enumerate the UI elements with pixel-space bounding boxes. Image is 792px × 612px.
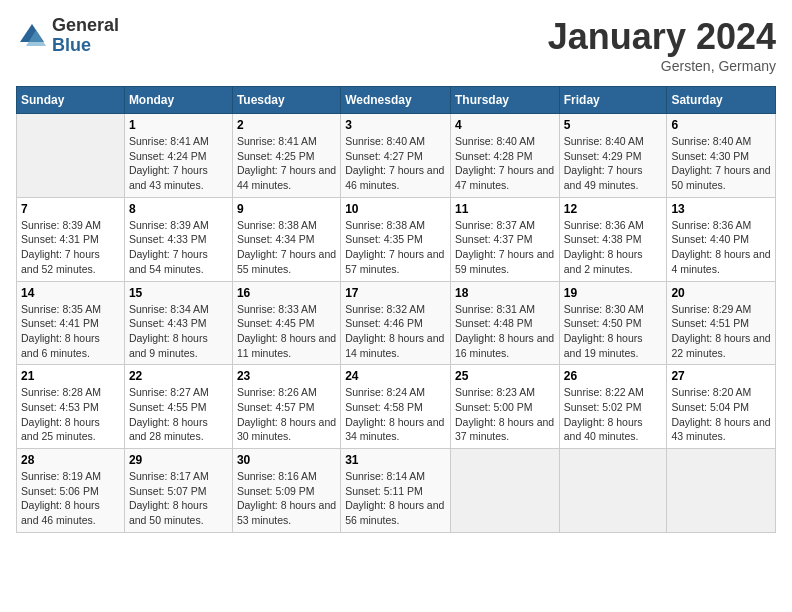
weekday-header: Sunday xyxy=(17,87,125,114)
calendar-cell: 20Sunrise: 8:29 AMSunset: 4:51 PMDayligh… xyxy=(667,281,776,365)
day-detail: Sunrise: 8:36 AMSunset: 4:38 PMDaylight:… xyxy=(564,218,663,277)
day-detail: Sunrise: 8:29 AMSunset: 4:51 PMDaylight:… xyxy=(671,302,771,361)
day-number: 11 xyxy=(455,202,555,216)
weekday-header: Saturday xyxy=(667,87,776,114)
day-detail: Sunrise: 8:16 AMSunset: 5:09 PMDaylight:… xyxy=(237,469,336,528)
page-header: General Blue January 2024 Gersten, Germa… xyxy=(16,16,776,74)
day-number: 17 xyxy=(345,286,446,300)
day-detail: Sunrise: 8:33 AMSunset: 4:45 PMDaylight:… xyxy=(237,302,336,361)
day-detail: Sunrise: 8:38 AMSunset: 4:34 PMDaylight:… xyxy=(237,218,336,277)
day-detail: Sunrise: 8:26 AMSunset: 4:57 PMDaylight:… xyxy=(237,385,336,444)
calendar-cell: 27Sunrise: 8:20 AMSunset: 5:04 PMDayligh… xyxy=(667,365,776,449)
day-detail: Sunrise: 8:39 AMSunset: 4:33 PMDaylight:… xyxy=(129,218,228,277)
calendar-cell: 11Sunrise: 8:37 AMSunset: 4:37 PMDayligh… xyxy=(450,197,559,281)
day-number: 15 xyxy=(129,286,228,300)
calendar-cell: 10Sunrise: 8:38 AMSunset: 4:35 PMDayligh… xyxy=(341,197,451,281)
day-detail: Sunrise: 8:40 AMSunset: 4:27 PMDaylight:… xyxy=(345,134,446,193)
day-detail: Sunrise: 8:20 AMSunset: 5:04 PMDaylight:… xyxy=(671,385,771,444)
day-number: 29 xyxy=(129,453,228,467)
day-detail: Sunrise: 8:36 AMSunset: 4:40 PMDaylight:… xyxy=(671,218,771,277)
calendar-cell: 5Sunrise: 8:40 AMSunset: 4:29 PMDaylight… xyxy=(559,114,667,198)
day-detail: Sunrise: 8:35 AMSunset: 4:41 PMDaylight:… xyxy=(21,302,120,361)
day-detail: Sunrise: 8:40 AMSunset: 4:30 PMDaylight:… xyxy=(671,134,771,193)
calendar-cell: 16Sunrise: 8:33 AMSunset: 4:45 PMDayligh… xyxy=(232,281,340,365)
week-row: 1Sunrise: 8:41 AMSunset: 4:24 PMDaylight… xyxy=(17,114,776,198)
logo-blue: Blue xyxy=(52,36,119,56)
day-number: 22 xyxy=(129,369,228,383)
calendar-table: SundayMondayTuesdayWednesdayThursdayFrid… xyxy=(16,86,776,533)
day-number: 3 xyxy=(345,118,446,132)
week-row: 14Sunrise: 8:35 AMSunset: 4:41 PMDayligh… xyxy=(17,281,776,365)
day-number: 30 xyxy=(237,453,336,467)
calendar-cell: 21Sunrise: 8:28 AMSunset: 4:53 PMDayligh… xyxy=(17,365,125,449)
calendar-cell: 23Sunrise: 8:26 AMSunset: 4:57 PMDayligh… xyxy=(232,365,340,449)
day-detail: Sunrise: 8:32 AMSunset: 4:46 PMDaylight:… xyxy=(345,302,446,361)
calendar-cell: 30Sunrise: 8:16 AMSunset: 5:09 PMDayligh… xyxy=(232,449,340,533)
day-detail: Sunrise: 8:22 AMSunset: 5:02 PMDaylight:… xyxy=(564,385,663,444)
week-row: 7Sunrise: 8:39 AMSunset: 4:31 PMDaylight… xyxy=(17,197,776,281)
day-detail: Sunrise: 8:24 AMSunset: 4:58 PMDaylight:… xyxy=(345,385,446,444)
title-block: January 2024 Gersten, Germany xyxy=(548,16,776,74)
day-number: 19 xyxy=(564,286,663,300)
day-number: 31 xyxy=(345,453,446,467)
calendar-cell: 29Sunrise: 8:17 AMSunset: 5:07 PMDayligh… xyxy=(124,449,232,533)
day-number: 28 xyxy=(21,453,120,467)
day-number: 4 xyxy=(455,118,555,132)
day-number: 8 xyxy=(129,202,228,216)
calendar-cell: 26Sunrise: 8:22 AMSunset: 5:02 PMDayligh… xyxy=(559,365,667,449)
calendar-cell: 4Sunrise: 8:40 AMSunset: 4:28 PMDaylight… xyxy=(450,114,559,198)
calendar-cell: 14Sunrise: 8:35 AMSunset: 4:41 PMDayligh… xyxy=(17,281,125,365)
calendar-cell: 28Sunrise: 8:19 AMSunset: 5:06 PMDayligh… xyxy=(17,449,125,533)
logo-general: General xyxy=(52,16,119,36)
calendar-cell xyxy=(450,449,559,533)
day-number: 14 xyxy=(21,286,120,300)
calendar-cell: 19Sunrise: 8:30 AMSunset: 4:50 PMDayligh… xyxy=(559,281,667,365)
day-number: 20 xyxy=(671,286,771,300)
week-row: 21Sunrise: 8:28 AMSunset: 4:53 PMDayligh… xyxy=(17,365,776,449)
weekday-header: Wednesday xyxy=(341,87,451,114)
calendar-cell: 15Sunrise: 8:34 AMSunset: 4:43 PMDayligh… xyxy=(124,281,232,365)
day-detail: Sunrise: 8:17 AMSunset: 5:07 PMDaylight:… xyxy=(129,469,228,528)
calendar-cell: 7Sunrise: 8:39 AMSunset: 4:31 PMDaylight… xyxy=(17,197,125,281)
day-number: 5 xyxy=(564,118,663,132)
day-detail: Sunrise: 8:19 AMSunset: 5:06 PMDaylight:… xyxy=(21,469,120,528)
location-subtitle: Gersten, Germany xyxy=(548,58,776,74)
day-number: 13 xyxy=(671,202,771,216)
day-number: 25 xyxy=(455,369,555,383)
header-row: SundayMondayTuesdayWednesdayThursdayFrid… xyxy=(17,87,776,114)
logo-text: General Blue xyxy=(52,16,119,56)
day-number: 12 xyxy=(564,202,663,216)
day-detail: Sunrise: 8:30 AMSunset: 4:50 PMDaylight:… xyxy=(564,302,663,361)
calendar-cell: 18Sunrise: 8:31 AMSunset: 4:48 PMDayligh… xyxy=(450,281,559,365)
calendar-cell: 31Sunrise: 8:14 AMSunset: 5:11 PMDayligh… xyxy=(341,449,451,533)
day-detail: Sunrise: 8:41 AMSunset: 4:25 PMDaylight:… xyxy=(237,134,336,193)
day-detail: Sunrise: 8:23 AMSunset: 5:00 PMDaylight:… xyxy=(455,385,555,444)
calendar-cell: 24Sunrise: 8:24 AMSunset: 4:58 PMDayligh… xyxy=(341,365,451,449)
month-title: January 2024 xyxy=(548,16,776,58)
calendar-cell: 9Sunrise: 8:38 AMSunset: 4:34 PMDaylight… xyxy=(232,197,340,281)
calendar-cell: 1Sunrise: 8:41 AMSunset: 4:24 PMDaylight… xyxy=(124,114,232,198)
weekday-header: Tuesday xyxy=(232,87,340,114)
day-detail: Sunrise: 8:39 AMSunset: 4:31 PMDaylight:… xyxy=(21,218,120,277)
day-detail: Sunrise: 8:27 AMSunset: 4:55 PMDaylight:… xyxy=(129,385,228,444)
logo: General Blue xyxy=(16,16,119,56)
calendar-cell xyxy=(17,114,125,198)
calendar-header: SundayMondayTuesdayWednesdayThursdayFrid… xyxy=(17,87,776,114)
day-number: 23 xyxy=(237,369,336,383)
logo-icon xyxy=(16,20,48,52)
day-number: 7 xyxy=(21,202,120,216)
day-detail: Sunrise: 8:31 AMSunset: 4:48 PMDaylight:… xyxy=(455,302,555,361)
calendar-cell: 22Sunrise: 8:27 AMSunset: 4:55 PMDayligh… xyxy=(124,365,232,449)
weekday-header: Friday xyxy=(559,87,667,114)
calendar-body: 1Sunrise: 8:41 AMSunset: 4:24 PMDaylight… xyxy=(17,114,776,533)
day-number: 24 xyxy=(345,369,446,383)
day-number: 27 xyxy=(671,369,771,383)
day-detail: Sunrise: 8:38 AMSunset: 4:35 PMDaylight:… xyxy=(345,218,446,277)
day-detail: Sunrise: 8:28 AMSunset: 4:53 PMDaylight:… xyxy=(21,385,120,444)
day-detail: Sunrise: 8:41 AMSunset: 4:24 PMDaylight:… xyxy=(129,134,228,193)
calendar-cell: 2Sunrise: 8:41 AMSunset: 4:25 PMDaylight… xyxy=(232,114,340,198)
calendar-cell: 8Sunrise: 8:39 AMSunset: 4:33 PMDaylight… xyxy=(124,197,232,281)
calendar-cell xyxy=(667,449,776,533)
calendar-cell: 25Sunrise: 8:23 AMSunset: 5:00 PMDayligh… xyxy=(450,365,559,449)
day-detail: Sunrise: 8:40 AMSunset: 4:28 PMDaylight:… xyxy=(455,134,555,193)
